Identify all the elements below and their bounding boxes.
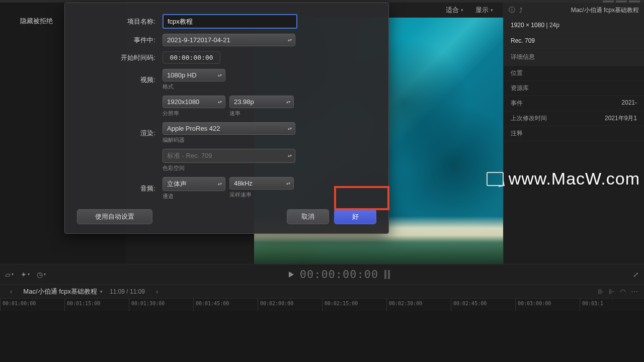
timeline-body[interactable] bbox=[0, 311, 644, 362]
video-format-select[interactable]: 1080p HD▴▾ bbox=[163, 69, 225, 81]
chevron-down-icon: ▾ bbox=[100, 289, 103, 294]
fullscreen-icon[interactable]: ⤢ bbox=[633, 270, 639, 279]
watermark: www.MacW.com bbox=[487, 169, 640, 189]
ruler-tick: 00:02:00:00 bbox=[258, 299, 322, 311]
cancel-button[interactable]: 取消 bbox=[287, 209, 329, 224]
audio-label: 音频: bbox=[77, 184, 163, 193]
ruler-tick: 00:02:15:00 bbox=[322, 299, 386, 311]
watermark-text: www.MacW.com bbox=[509, 169, 640, 189]
ruler-tick-label: 00:01:30:00 bbox=[131, 301, 165, 306]
inspector-panel: ⓘ ⤴ Mac/小伯通 fcpx基础教程 1920 × 1080 | 24p R… bbox=[503, 3, 644, 264]
ruler-tick: 00:02:30:00 bbox=[386, 299, 451, 311]
render-label: 渲染: bbox=[77, 129, 163, 138]
viewer-timecode[interactable]: 00:00:00:00 bbox=[300, 268, 379, 281]
select-value: 23.98p bbox=[234, 98, 254, 106]
row-key: 资源库 bbox=[511, 84, 529, 93]
select-value: 标准 - Rec. 709 bbox=[167, 151, 212, 160]
history-back-button[interactable]: ‹ bbox=[6, 288, 16, 295]
select-value: Apple ProRes 422 bbox=[167, 125, 220, 132]
chevron-down-icon: ▾ bbox=[491, 8, 493, 13]
inspector-row-notes: 注释 bbox=[504, 126, 644, 141]
resolution-value: 1920 × 1080 bbox=[511, 22, 544, 29]
fit-menu[interactable]: 适合▾ bbox=[446, 6, 463, 15]
ruler-tick: 00:02:45:00 bbox=[451, 299, 515, 311]
row-key: 位置 bbox=[511, 69, 523, 77]
render-sublabel: 编解码器 bbox=[163, 136, 295, 144]
inspector-row-library: 资源库 bbox=[504, 81, 644, 96]
audio-channels-select[interactable]: 立体声▴▾ bbox=[163, 177, 225, 191]
ruler-tick-label: 00:02:45:00 bbox=[453, 301, 487, 306]
timeline-header: ‹ Mac/小伯通 fcpx基础教程▾ 11:09 / 11:09 › ⊪ ⊩ … bbox=[0, 284, 644, 298]
display-label: 显示 bbox=[475, 6, 489, 15]
select-value: 立体声 bbox=[167, 179, 187, 189]
select-value: 1080p HD bbox=[167, 71, 197, 79]
updown-icon: ▴▾ bbox=[218, 101, 222, 104]
timeline-tool-icon[interactable]: ⊪ bbox=[598, 288, 604, 296]
fps-value: 24p bbox=[549, 22, 559, 29]
info-icon[interactable]: ⓘ bbox=[509, 6, 515, 15]
row-key: 上次修改时间 bbox=[511, 114, 547, 123]
ruler-tick-label: 00:02:30:00 bbox=[389, 301, 422, 306]
ruler-tick: 00:01:15:00 bbox=[64, 299, 129, 311]
layout-segment[interactable] bbox=[629, 1, 640, 3]
in-event-select[interactable]: 2021-9-172017-04-21▴▾ bbox=[163, 34, 295, 46]
rate-select[interactable]: 23.98p▴▾ bbox=[229, 96, 294, 108]
audio-rate-select[interactable]: 48kHz▴▾ bbox=[229, 177, 294, 190]
inspector-row-event: 事件2021- bbox=[504, 96, 644, 111]
inspector-resolution-row: 1920 × 1080 | 24p bbox=[504, 18, 644, 33]
ruler-tick: 00:03:00:00 bbox=[515, 299, 580, 311]
inspector-title: Mac/小伯通 fcpx基础教程 bbox=[571, 6, 639, 15]
layout-segment[interactable] bbox=[616, 1, 627, 3]
transform-tool[interactable]: ▱▾ bbox=[5, 270, 14, 279]
timeline-ruler[interactable]: 00:01:00:0000:01:15:0000:01:30:0000:01:4… bbox=[0, 298, 644, 311]
inspector-colorspace-row: Rec. 709 bbox=[504, 33, 644, 49]
chevron-down-icon: ▾ bbox=[461, 8, 463, 13]
audio-rate-sublabel: 采样速率 bbox=[229, 191, 294, 199]
new-project-dialog: 项目名称: 事件中: 2021-9-172017-04-21▴▾ 开始时间码: … bbox=[64, 3, 389, 234]
settings-icon[interactable]: ⋯ bbox=[631, 288, 638, 296]
updown-icon: ▴▾ bbox=[288, 154, 292, 157]
history-forward-button[interactable]: › bbox=[152, 288, 162, 295]
updown-icon: ▴▾ bbox=[286, 101, 290, 104]
video-format-sublabel: 格式 bbox=[163, 83, 225, 90]
ruler-tick-label: 00:01:45:00 bbox=[196, 301, 229, 306]
display-menu[interactable]: 显示▾ bbox=[475, 6, 493, 15]
select-value: 1920x1080 bbox=[167, 98, 199, 106]
ruler-tick-label: 00:02:00:00 bbox=[260, 301, 293, 306]
updown-icon: ▴▾ bbox=[218, 74, 222, 77]
updown-icon: ▴▾ bbox=[286, 182, 290, 185]
row-key: 事件 bbox=[511, 99, 523, 108]
start-tc-field[interactable]: 00:00:00:00 bbox=[163, 51, 220, 64]
inspector-row-location: 位置 bbox=[504, 66, 644, 81]
updown-icon: ▴▾ bbox=[218, 183, 222, 186]
color-space-select: 标准 - Rec. 709▴▾ bbox=[163, 149, 295, 163]
resolution-sublabel: 分辨率 bbox=[163, 110, 225, 117]
updown-icon: ▴▾ bbox=[288, 39, 292, 42]
colorspace-value: Rec. 709 bbox=[511, 37, 535, 44]
play-button[interactable] bbox=[289, 272, 294, 278]
timeline-title[interactable]: Mac/小伯通 fcpx基础教程▾ bbox=[23, 287, 103, 296]
resolution-select[interactable]: 1920x1080▴▾ bbox=[163, 96, 225, 108]
retime-tool[interactable]: ◷▾ bbox=[37, 270, 46, 279]
project-name-input[interactable] bbox=[163, 14, 297, 29]
headphones-icon[interactable]: ◠ bbox=[620, 288, 626, 296]
ruler-tick-label: 00:01:00:00 bbox=[3, 301, 36, 306]
select-value: 2021-9-172017-04-21 bbox=[167, 36, 230, 44]
enhance-tool[interactable]: ✦▾ bbox=[21, 270, 30, 279]
layout-segment[interactable] bbox=[603, 1, 614, 3]
ruler-tick-label: 00:03:1 bbox=[582, 301, 603, 306]
project-name-label: 项目名称: bbox=[77, 17, 163, 26]
ruler-tick: 00:01:30:00 bbox=[129, 299, 193, 311]
row-key: 注释 bbox=[511, 129, 523, 138]
share-icon[interactable]: ⤴ bbox=[519, 7, 523, 14]
use-auto-settings-button[interactable]: 使用自动设置 bbox=[77, 209, 152, 224]
inspector-row-modified: 上次修改时间2021年9月1 bbox=[504, 111, 644, 126]
updown-icon: ▴▾ bbox=[288, 127, 292, 130]
ok-button[interactable]: 好 bbox=[334, 209, 376, 224]
timeline-tool-icon[interactable]: ⊩ bbox=[609, 288, 615, 296]
timeline-title-text: Mac/小伯通 fcpx基础教程 bbox=[23, 287, 97, 296]
ruler-tick: 00:03:1 bbox=[580, 299, 644, 311]
fit-label: 适合 bbox=[446, 6, 459, 15]
render-codec-select[interactable]: Apple ProRes 422▴▾ bbox=[163, 122, 295, 135]
ruler-tick: 00:01:00:00 bbox=[0, 299, 64, 311]
